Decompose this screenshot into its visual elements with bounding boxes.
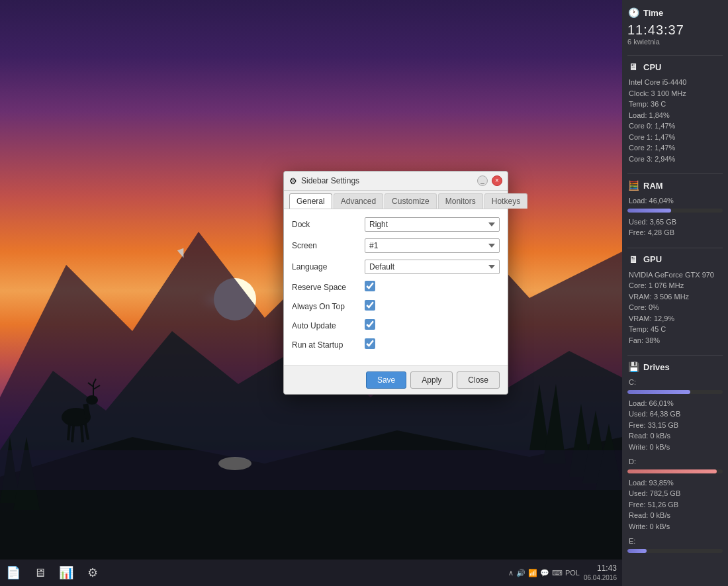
- taskbar-volume-icon[interactable]: 🔊: [516, 569, 525, 577]
- gpu-fan: Fan: 38%: [627, 335, 723, 346]
- drive-e-bar-container: [627, 549, 723, 553]
- taskbar: 📄 🖥 📊 ⚙ ∧ 🔊 📶 💬 ⌨ POL 11:43 06.04.2016: [0, 560, 622, 586]
- close-button[interactable]: Close: [457, 371, 500, 389]
- cpu-core2: Core 2: 1,47%: [627, 142, 723, 154]
- form-row-run-at-startup: Run at Startup: [292, 338, 500, 351]
- drive-d-read: Read: 0 kB/s: [627, 510, 723, 521]
- screen-select[interactable]: #1 #2: [365, 238, 500, 253]
- taskbar-right: ∧ 🔊 📶 💬 ⌨ POL 11:43 06.04.2016: [508, 563, 622, 583]
- sidebar-time-title: 🕐 Time: [627, 7, 723, 19]
- ram-used: Used: 3,65 GB: [627, 217, 723, 228]
- sidebar-drives-section: 💾 Drives C: Load: 66,01% Used: 64,38 GB …: [627, 361, 723, 553]
- dock-control: Right Left: [365, 217, 500, 232]
- cpu-load: Load: 1,84%: [627, 110, 723, 121]
- sidebar-date-value: 6 kwietnia: [627, 38, 723, 46]
- tab-advanced[interactable]: Advanced: [334, 193, 383, 209]
- dialog-title-icon: ⚙: [289, 176, 297, 186]
- taskbar-chat-icon[interactable]: 💬: [540, 569, 549, 577]
- always-on-top-label: Always On Top: [292, 302, 365, 311]
- always-on-top-control: [365, 300, 500, 313]
- sidebar-cpu-section: 🖥 CPU Intel Core i5-4440 Clock: 3 100 MH…: [627, 61, 723, 164]
- drive-c-free: Free: 33,15 GB: [627, 420, 723, 431]
- gpu-vram-load: VRAM: 12,9%: [627, 313, 723, 324]
- drive-c-used: Used: 64,38 GB: [627, 409, 723, 420]
- language-label: Language: [292, 262, 365, 271]
- taskbar-chevron-icon[interactable]: ∧: [508, 569, 514, 577]
- taskbar-icon-file[interactable]: 📄: [1, 561, 25, 585]
- drive-c-write: Write: 0 kB/s: [627, 442, 723, 453]
- taskbar-time-value: 11:43: [584, 563, 617, 574]
- dialog-minimize-button[interactable]: _: [477, 175, 488, 186]
- svg-rect-23: [0, 450, 622, 490]
- sidebar-ram-section: 🧮 RAM Load: 46,04% Used: 3,65 GB Free: 4…: [627, 179, 723, 238]
- run-at-startup-control: [365, 338, 500, 351]
- reserve-space-checkbox[interactable]: [365, 281, 375, 291]
- form-row-screen: Screen #1 #2: [292, 238, 500, 253]
- drive-e-bar: [627, 549, 647, 553]
- tab-hotkeys[interactable]: Hotkeys: [484, 193, 527, 209]
- language-select[interactable]: Default English Polish: [365, 260, 500, 274]
- cpu-model: Intel Core i5-4440: [627, 77, 723, 88]
- cpu-core3: Core 3: 2,94%: [627, 154, 723, 165]
- taskbar-keyboard-icon[interactable]: ⌨: [552, 569, 563, 577]
- sidebar-gpu-title: 🖥 GPU: [627, 254, 723, 266]
- ram-bar: [627, 209, 671, 213]
- gpu-core: Core: 1 076 MHz: [627, 280, 723, 291]
- dialog-footer: Save Apply Close: [284, 366, 508, 394]
- drive-c-read: Read: 0 kB/s: [627, 430, 723, 442]
- taskbar-language[interactable]: POL: [565, 569, 580, 577]
- always-on-top-checkbox[interactable]: [365, 300, 375, 311]
- auto-update-control: [365, 319, 500, 332]
- drive-d-write: Write: 0 kB/s: [627, 521, 723, 532]
- form-row-reserve-space: Reserve Space: [292, 281, 500, 293]
- sidebar-cpu-title: 🖥 CPU: [627, 61, 723, 73]
- divider-time-cpu: [627, 55, 723, 56]
- apply-button[interactable]: Apply: [410, 371, 453, 389]
- taskbar-icon-monitor[interactable]: 🖥: [28, 561, 52, 585]
- run-at-startup-label: Run at Startup: [292, 340, 365, 350]
- dock-select[interactable]: Right Left: [365, 217, 500, 232]
- language-control: Default English Polish: [365, 260, 500, 274]
- dock-label: Dock: [292, 220, 365, 229]
- taskbar-icon-settings[interactable]: ⚙: [81, 561, 105, 585]
- form-row-auto-update: Auto Update: [292, 319, 500, 332]
- reserve-space-label: Reserve Space: [292, 283, 365, 292]
- tab-monitors[interactable]: Monitors: [438, 193, 483, 209]
- drive-c-bar-container: [627, 390, 723, 394]
- taskbar-icon-chart[interactable]: 📊: [54, 561, 78, 585]
- drive-c-bar: [627, 390, 690, 394]
- dialog-title: Sidebar Settings: [301, 176, 473, 185]
- tab-general[interactable]: General: [289, 193, 332, 209]
- form-row-dock: Dock Right Left: [292, 217, 500, 232]
- tab-customize[interactable]: Customize: [385, 193, 437, 209]
- run-at-startup-checkbox[interactable]: [365, 338, 375, 349]
- cpu-clock: Clock: 3 100 MHz: [627, 88, 723, 99]
- save-button[interactable]: Save: [366, 371, 406, 389]
- drive-d-bar: [627, 469, 717, 473]
- drive-d-label: D:: [627, 456, 723, 467]
- ram-bar-container: [627, 209, 723, 213]
- sidebar-drives-title: 💾 Drives: [627, 361, 723, 373]
- form-row-always-on-top: Always On Top: [292, 300, 500, 313]
- auto-update-checkbox[interactable]: [365, 319, 375, 330]
- taskbar-system-icons: ∧ 🔊 📶 💬 ⌨ POL: [508, 569, 580, 577]
- clock-icon: 🕐: [627, 7, 639, 19]
- gpu-icon: 🖥: [627, 254, 639, 266]
- dialog-close-button[interactable]: ×: [492, 175, 502, 186]
- dialog-tab-bar: General Advanced Customize Monitors Hotk…: [284, 191, 508, 209]
- divider-cpu-ram: [627, 173, 723, 174]
- gpu-vram: VRAM: 3 506 MHz: [627, 291, 723, 303]
- svg-line-19: [68, 424, 69, 440]
- dialog-body: Dock Right Left Screen #1 #2 Language: [284, 209, 508, 366]
- dialog-titlebar: ⚙ Sidebar Settings _ ×: [284, 171, 508, 191]
- screen-label: Screen: [292, 241, 365, 250]
- taskbar-network-icon[interactable]: 📶: [528, 569, 537, 577]
- drive-c-label: C:: [627, 377, 723, 388]
- ram-free: Free: 4,28 GB: [627, 227, 723, 238]
- ram-load: Load: 46,04%: [627, 195, 723, 207]
- drive-d-load: Load: 93,85%: [627, 477, 723, 489]
- taskbar-clock: 11:43 06.04.2016: [584, 563, 617, 583]
- drive-e-label: E:: [627, 536, 723, 547]
- sidebar-ram-title: 🧮 RAM: [627, 179, 723, 191]
- drive-d-used: Used: 782,5 GB: [627, 488, 723, 499]
